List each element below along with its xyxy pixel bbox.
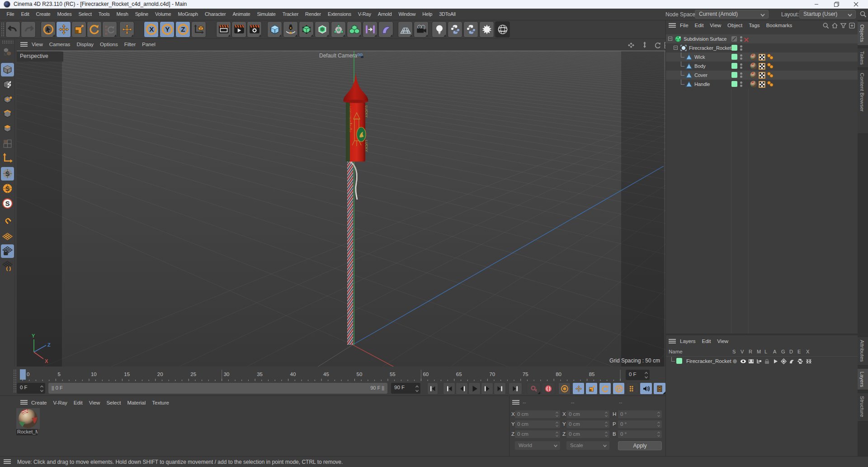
om-menu-view[interactable]: View (707, 20, 724, 28)
phong-tag-icon[interactable] (767, 81, 774, 89)
camera-object-button[interactable] (414, 21, 429, 38)
layer-row-firecracker-rocket[interactable]: Firecracker_Rocket (666, 357, 858, 365)
lyr-render-icon[interactable] (748, 358, 754, 366)
menu-mograph[interactable]: MoGraph (175, 9, 201, 17)
bend-deformer-button[interactable] (378, 21, 393, 38)
zoom-view-icon[interactable] (641, 41, 648, 50)
coord-field-y-1[interactable]: 0 cm (566, 420, 609, 428)
lyr-view-icon[interactable] (740, 358, 746, 366)
material-tag-icon[interactable] (750, 71, 757, 81)
tab-attributes[interactable]: Attributes (858, 337, 868, 366)
key-pla-button[interactable] (626, 382, 638, 395)
workplane-dynamic-button[interactable]: ( ) (1, 259, 14, 272)
camera-icon[interactable] (357, 52, 364, 61)
material-item[interactable]: Rocket_M (16, 408, 40, 435)
current-frame-spinner[interactable]: 0 F (17, 383, 45, 394)
next-frame-button[interactable] (481, 382, 493, 395)
viewport-menu-view[interactable]: View (28, 39, 46, 47)
coord-field-z-1[interactable]: 0 cm (566, 430, 609, 438)
coord-field-y-0[interactable]: 0 cm (515, 420, 560, 428)
menu-v-ray[interactable]: V-Ray (354, 9, 374, 17)
points-mode-button[interactable] (1, 93, 14, 106)
maximize-button[interactable] (827, 0, 845, 9)
layers-menu-icon[interactable] (669, 339, 676, 344)
key-pos-button[interactable] (572, 382, 585, 395)
viewport-menu-panel[interactable]: Panel (139, 39, 158, 47)
subdivision-surface-button[interactable] (299, 21, 314, 38)
phong-tag-icon[interactable] (767, 53, 774, 62)
lyr-solo-icon[interactable] (732, 358, 738, 366)
rotate-button[interactable] (87, 21, 102, 38)
phong-tag-icon[interactable] (767, 71, 774, 80)
search-icon[interactable] (859, 10, 867, 19)
layers-menu-layers[interactable]: Layers (677, 336, 699, 344)
globe-sky-button[interactable] (495, 21, 510, 38)
lyr-anim-icon[interactable] (773, 358, 778, 366)
axis-mode-button[interactable] (1, 152, 14, 165)
visibility-toggle[interactable] (731, 63, 737, 69)
snap-auto-button[interactable]: S (1, 197, 14, 210)
render-settings-button[interactable] (247, 21, 262, 38)
layers-menu-view[interactable]: View (714, 336, 731, 344)
model-mode-button[interactable] (1, 63, 14, 76)
menu-select[interactable]: Select (75, 9, 95, 17)
material-tag-icon[interactable] (750, 53, 757, 62)
om-menu-edit[interactable]: Edit (692, 20, 707, 28)
om-row-subdivision-surface[interactable]: Subdivision Surface (666, 34, 858, 43)
materials-menu-create[interactable]: Create (28, 397, 50, 405)
materials-menu-view[interactable]: View (86, 397, 104, 405)
om-row-cover[interactable]: Cover (666, 71, 858, 80)
python-tag-button[interactable] (448, 21, 462, 38)
autokey-button[interactable] (542, 382, 555, 395)
lyr-manager-icon[interactable] (756, 358, 762, 366)
expand-icon[interactable] (674, 46, 678, 50)
viewport-menu-cameras[interactable]: Cameras (46, 39, 74, 47)
visibility-toggle[interactable] (731, 72, 737, 78)
lyr-def-icon[interactable] (789, 358, 795, 366)
uvw-tag-icon[interactable] (759, 81, 765, 90)
materials-menu-material[interactable]: Material (124, 397, 149, 405)
menu-tracker[interactable]: Tracker (279, 9, 302, 17)
coord-select-scale[interactable]: Scale (566, 441, 609, 450)
om-menu-object[interactable]: Object (724, 20, 745, 28)
om-filter-icon[interactable] (840, 22, 847, 31)
key-scale-button[interactable] (585, 382, 598, 395)
timeline-ruler[interactable]: 051015202530354045505560657075808590 (17, 369, 622, 381)
python-generator-button[interactable] (463, 21, 478, 38)
om-home-icon[interactable] (831, 22, 838, 31)
object-manager-menu-icon[interactable] (669, 23, 676, 28)
lock-y-button[interactable]: Y (160, 21, 175, 38)
minimize-button[interactable]: – (807, 0, 826, 9)
array-object-button[interactable] (347, 21, 362, 38)
menu-volume[interactable]: Volume (152, 9, 175, 17)
uvw-tag-icon[interactable] (759, 72, 765, 81)
menu-arnold[interactable]: Arnold (374, 9, 395, 17)
viewport-camera-label[interactable]: Default Camera (319, 52, 357, 59)
skip-end-button[interactable] (509, 382, 522, 395)
materials-menu-select[interactable]: Select (103, 397, 124, 405)
om-row-handle[interactable]: Handle (666, 80, 858, 89)
coord-field-b-2[interactable]: 0 ° (618, 430, 662, 438)
menu-tools[interactable]: Tools (95, 9, 113, 17)
leftbar-drag-handle[interactable] (2, 40, 14, 44)
menu-spline[interactable]: Spline (132, 9, 151, 17)
preview-film-button[interactable] (653, 382, 666, 395)
tab-takes[interactable]: Takes (858, 48, 868, 68)
floor-object-button[interactable] (398, 21, 413, 38)
lyr-gen-icon[interactable] (781, 358, 787, 366)
orbit-view-icon[interactable] (654, 42, 661, 51)
menu-3dtoall[interactable]: 3DToAll (436, 9, 459, 17)
tab-content-browser[interactable]: Content Browser (858, 70, 868, 134)
key-param-button[interactable]: P (613, 382, 625, 395)
lyr-lock-icon[interactable] (764, 358, 770, 366)
menu-edit[interactable]: Edit (18, 9, 33, 17)
close-button[interactable] (846, 0, 866, 9)
enable-toggle[interactable] (731, 36, 737, 44)
coord-field-x-0[interactable]: 0 cm (515, 410, 560, 418)
preview-range-bar[interactable]: || 0 F90 F || (48, 383, 387, 394)
tab-objects[interactable]: Objects (858, 22, 868, 46)
menu-file[interactable]: File (3, 9, 18, 17)
layer-color-swatch[interactable] (676, 358, 682, 364)
end-frame-spinner[interactable]: 90 F (391, 383, 420, 394)
materials-menu-edit[interactable]: Edit (71, 397, 86, 405)
